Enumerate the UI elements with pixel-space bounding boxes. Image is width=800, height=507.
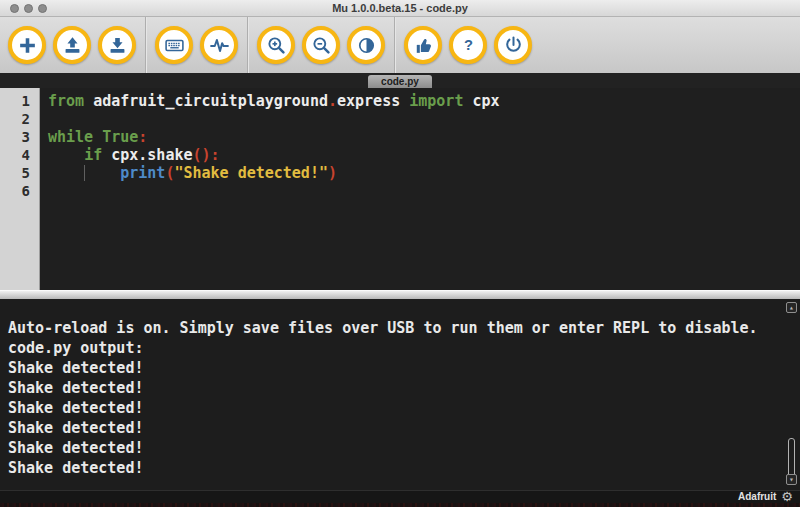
question-icon: ?: [458, 35, 479, 56]
code-line: print("Shake detected!"): [48, 164, 800, 182]
plus-icon: [17, 35, 38, 56]
console-line: Shake detected!: [8, 418, 780, 438]
upload-icon: [62, 35, 83, 56]
magnifier-minus-icon: [311, 35, 332, 56]
console-line: Shake detected!: [8, 378, 780, 398]
quit-button[interactable]: [494, 26, 532, 64]
serial-output: Auto-reload is on. Simply save files ove…: [0, 299, 800, 478]
pulse-icon: [209, 35, 230, 56]
console-line: Shake detected!: [8, 398, 780, 418]
zoom-out-button[interactable]: [302, 26, 340, 64]
new-button[interactable]: [8, 26, 46, 64]
power-icon: [503, 35, 524, 56]
console-line: Auto-reload is on. Simply save files ove…: [8, 318, 780, 338]
toolbar-group-view: [257, 26, 385, 64]
console-line: Shake detected!: [8, 438, 780, 458]
watermark-strip: [0, 503, 800, 507]
toolbar-separator: [247, 17, 248, 73]
zoom-button[interactable]: [38, 4, 47, 13]
code-editor: 123456 from adafruit_circuitplayground.e…: [0, 88, 800, 290]
line-number: 2: [0, 110, 39, 128]
serial-console[interactable]: Auto-reload is on. Simply save files ove…: [0, 299, 800, 490]
magnifier-plus-icon: [266, 35, 287, 56]
zoom-in-button[interactable]: [257, 26, 295, 64]
code-line: [48, 110, 800, 128]
line-number: 6: [0, 182, 39, 200]
scroll-down-button[interactable]: ▾: [786, 474, 797, 485]
toolbar-separator: [394, 17, 395, 73]
traffic-lights: [10, 4, 47, 13]
download-icon: [107, 35, 128, 56]
toolbar-group-board: [155, 26, 238, 64]
keyboard-icon: [164, 35, 185, 56]
app-window: Mu 1.0.0.beta.15 - code.py: [0, 0, 800, 507]
toolbar-separator: [145, 17, 146, 73]
check-button[interactable]: [404, 26, 442, 64]
thumbs-up-icon: [413, 35, 434, 56]
line-number-gutter: 123456: [0, 88, 40, 290]
indent-guide-line: [84, 165, 85, 181]
scroll-up-button[interactable]: ▴: [786, 302, 797, 313]
console-line: Shake detected!: [8, 358, 780, 378]
mode-label: Adafruit: [738, 491, 776, 503]
scrollbar-thumb[interactable]: [788, 438, 795, 478]
minimize-button[interactable]: [24, 4, 33, 13]
save-button[interactable]: [98, 26, 136, 64]
gear-icon[interactable]: ⚙: [781, 491, 793, 503]
line-number: 3: [0, 128, 39, 146]
tab-code-py[interactable]: code.py: [368, 75, 432, 88]
plotter-button[interactable]: [200, 26, 238, 64]
console-line: code.py output:: [8, 338, 780, 358]
tab-bar: code.py: [0, 73, 800, 88]
contrast-icon: [356, 35, 377, 56]
line-number: 4: [0, 146, 39, 164]
code-line: if cpx.shake():: [48, 146, 800, 164]
line-number: 5: [0, 164, 39, 182]
window-title: Mu 1.0.0.beta.15 - code.py: [0, 0, 800, 16]
load-button[interactable]: [53, 26, 91, 64]
code-line: from adafruit_circuitplayground.express …: [48, 92, 800, 110]
help-button[interactable]: ?: [449, 26, 487, 64]
toolbar-group-files: [8, 26, 136, 64]
code-line: while True:: [48, 128, 800, 146]
code-line: [48, 182, 800, 200]
title-bar: Mu 1.0.0.beta.15 - code.py: [0, 0, 800, 17]
status-bar: Adafruit ⚙: [0, 490, 800, 503]
theme-button[interactable]: [347, 26, 385, 64]
code-area[interactable]: from adafruit_circuitplayground.express …: [40, 88, 800, 290]
toolbar: ?: [0, 17, 800, 73]
console-line: Shake detected!: [8, 458, 780, 478]
line-number: 1: [0, 92, 39, 110]
close-button[interactable]: [10, 4, 19, 13]
toolbar-group-misc: ?: [404, 26, 532, 64]
repl-button[interactable]: [155, 26, 193, 64]
pane-splitter[interactable]: [0, 290, 800, 299]
svg-text:?: ?: [464, 37, 473, 53]
